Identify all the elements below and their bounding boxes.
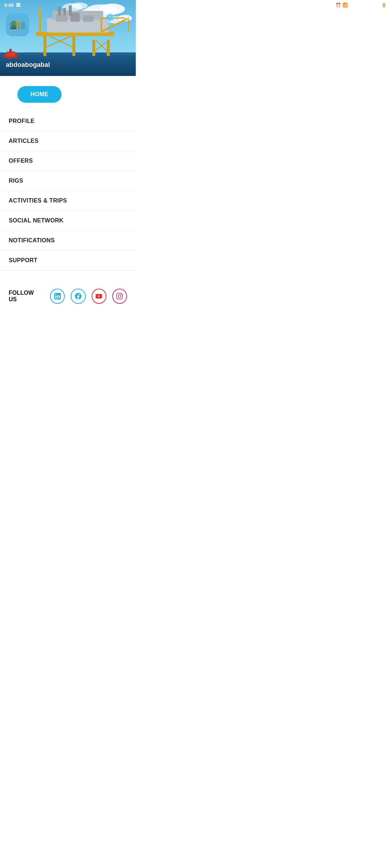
nav-item-notifications[interactable]: NOTIFICATIONS xyxy=(0,231,136,251)
svg-rect-41 xyxy=(17,20,18,29)
svg-rect-34 xyxy=(9,49,12,52)
status-bar-left: 9:05 🖼 xyxy=(4,3,20,8)
svg-rect-39 xyxy=(10,27,13,29)
nav-label-social-network: SOCIAL NETWORK xyxy=(9,217,63,224)
nav-item-rigs[interactable]: RIGS xyxy=(0,171,136,191)
nav-label-profile: PROFILE xyxy=(9,118,34,124)
settings-button[interactable] xyxy=(106,13,114,23)
nav-item-activities[interactable]: ACTIVITIES & TRIPS xyxy=(0,191,136,211)
nav-label-articles: ARTICLES xyxy=(9,138,38,144)
svg-point-37 xyxy=(11,21,16,26)
linkedin-icon[interactable] xyxy=(50,289,65,304)
svg-rect-11 xyxy=(92,40,95,56)
svg-rect-12 xyxy=(107,40,110,56)
youtube-icon[interactable] xyxy=(92,289,106,304)
nav-item-profile[interactable]: PROFILE xyxy=(0,111,136,131)
nav-label-rigs: RIGS xyxy=(9,178,23,184)
instagram-icon[interactable] xyxy=(112,289,127,304)
nav-item-social-network[interactable]: SOCIAL NETWORK xyxy=(0,211,136,231)
nav-item-offers[interactable]: OFFERS xyxy=(0,151,136,171)
photo-icon: 🖼 xyxy=(16,3,20,8)
follow-us-label: FOLLOW US xyxy=(9,290,43,303)
avatar[interactable] xyxy=(6,13,29,36)
nav-label-activities: ACTIVITIES & TRIPS xyxy=(9,197,67,204)
nav-label-notifications: NOTIFICATIONS xyxy=(9,237,55,244)
svg-rect-22 xyxy=(83,15,93,22)
svg-rect-21 xyxy=(71,13,80,22)
nav-label-offers: OFFERS xyxy=(9,158,33,164)
navigation-menu: HOME PROFILEARTICLESOFFERSRIGSACTIVITIES… xyxy=(0,76,136,278)
svg-rect-30 xyxy=(39,7,41,33)
avatar-image xyxy=(6,13,29,36)
home-button[interactable]: HOME xyxy=(17,86,62,103)
nav-item-support[interactable]: SUPPORT xyxy=(0,251,136,271)
svg-rect-20 xyxy=(56,14,67,22)
svg-rect-10 xyxy=(72,34,75,56)
nav-items-list: PROFILEARTICLESOFFERSRIGSACTIVITIES & TR… xyxy=(0,111,136,271)
nav-item-articles[interactable]: ARTICLES xyxy=(0,131,136,151)
svg-rect-40 xyxy=(13,27,16,29)
username-label: abdoabogabal xyxy=(6,61,50,69)
hero-banner: ✕ abdoabogabal xyxy=(0,0,136,76)
svg-rect-9 xyxy=(43,34,46,56)
nav-label-support: SUPPORT xyxy=(9,257,37,264)
time-display: 9:05 xyxy=(4,3,14,8)
facebook-icon[interactable] xyxy=(71,289,85,304)
close-button[interactable]: ✕ xyxy=(123,13,130,22)
footer: FOLLOW US xyxy=(0,278,136,311)
status-bar: 9:05 🖼 ⊟ ⏰ 📶 VOo LTE1 73% 🔋 xyxy=(0,0,136,10)
